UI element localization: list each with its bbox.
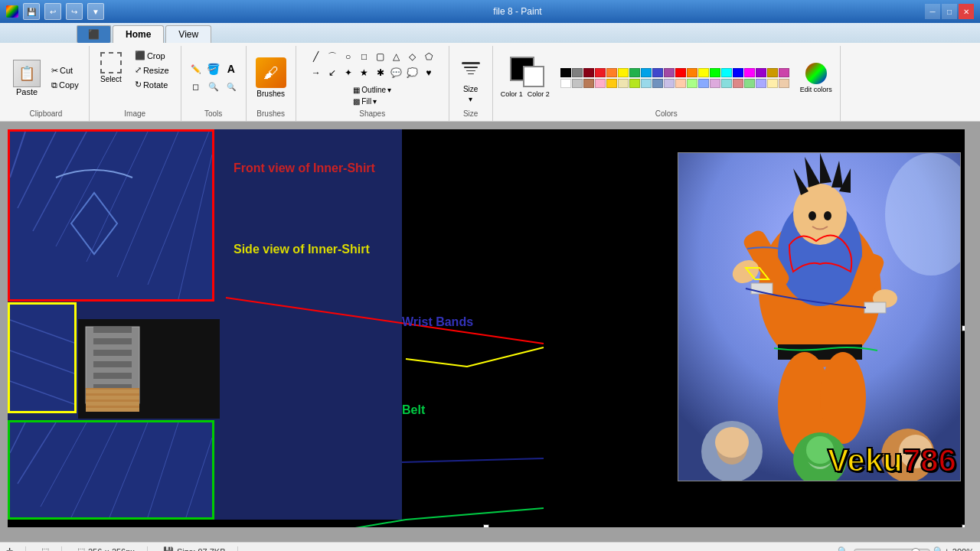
color-pick-tool[interactable]: 🔍 [205, 78, 222, 95]
triangle-shape[interactable]: △ [389, 49, 404, 64]
canvas-handle-bottom[interactable] [483, 524, 489, 527]
zoom-out-btn[interactable]: 🔍- [838, 546, 851, 551]
tab-home[interactable]: Home [113, 25, 164, 43]
palette-color-2[interactable] [583, 68, 594, 77]
color2-button[interactable]: Color 2 [526, 89, 551, 99]
fill-button[interactable]: ▩ Fill ▾ [351, 96, 393, 106]
tab-view[interactable]: View [165, 25, 211, 43]
brushes-button[interactable]: 🖌 Brushes [253, 54, 289, 101]
text-tool[interactable]: A [223, 60, 240, 77]
pentagon-shape[interactable]: ⬠ [421, 49, 436, 64]
palette-color-7[interactable] [641, 68, 652, 77]
palette-color-c3[interactable] [698, 68, 709, 77]
round-rect-shape[interactable]: ▢ [373, 49, 388, 64]
fill-tool[interactable]: 🪣 [205, 60, 222, 77]
maximize-btn[interactable]: □ [942, 4, 957, 19]
color2-swatch[interactable] [523, 66, 544, 87]
rotate-button[interactable]: ↻ Rotate [131, 78, 173, 91]
palette-color-c5[interactable] [721, 68, 732, 77]
paste-button[interactable]: 📋 Paste [9, 56, 44, 100]
canvas-dimensions: ⬚ 256 × 256px [77, 546, 148, 551]
quick-save-btn[interactable]: 💾 [23, 3, 40, 20]
palette-color-d5[interactable] [721, 79, 732, 88]
palette-color-16[interactable] [629, 79, 640, 88]
palette-color-18[interactable] [652, 79, 663, 88]
palette-color-d9[interactable] [767, 79, 778, 88]
palette-color-5[interactable] [618, 68, 629, 77]
palette-color-c6[interactable] [733, 68, 743, 77]
pencil-tool[interactable]: ✏️ [188, 60, 204, 77]
palette-color-3[interactable] [595, 68, 606, 77]
palette-color-0[interactable] [560, 68, 571, 77]
palette-color-10[interactable] [560, 79, 571, 88]
outline-button[interactable]: ▦ Outline ▾ [351, 85, 393, 95]
palette-color-19[interactable] [664, 79, 675, 88]
palette-color-15[interactable] [618, 79, 629, 88]
diamond-shape[interactable]: ◇ [405, 49, 420, 64]
arrow2-shape[interactable]: ↙ [325, 65, 340, 80]
callout2-shape[interactable]: 💭 [405, 65, 420, 80]
quick-undo-btn[interactable]: ↩ [44, 3, 61, 20]
palette-color-c4[interactable] [710, 68, 720, 77]
palette-color-17[interactable] [641, 79, 652, 88]
star6-shape[interactable]: ✱ [373, 65, 388, 80]
palette-color-9[interactable] [664, 68, 675, 77]
palette-color-d8[interactable] [756, 79, 766, 88]
zoom-slider[interactable] [911, 548, 920, 552]
palette-color-d6[interactable] [733, 79, 743, 88]
star5-shape[interactable]: ★ [357, 65, 372, 80]
palette-color-c1[interactable] [675, 68, 686, 77]
rect-shape[interactable]: □ [357, 49, 372, 64]
cut-button[interactable]: ✂ Cut [47, 64, 83, 77]
quick-redo-btn[interactable]: ↪ [66, 3, 83, 20]
size-group: Size ▾ Size [449, 46, 493, 121]
palette-color-14[interactable] [606, 79, 617, 88]
line-shape[interactable]: ╱ [309, 49, 324, 64]
curve-shape[interactable]: ⌒ [325, 49, 340, 64]
copy-button[interactable]: ⧉ Copy [47, 79, 83, 92]
palette-color-d10[interactable] [779, 79, 789, 88]
heart-shape[interactable]: ♥ [421, 65, 436, 80]
palette-color-d2[interactable] [687, 79, 697, 88]
fill-icon: ▩ [353, 97, 360, 106]
resize-button[interactable]: ⤢ Resize [131, 64, 173, 77]
palette-color-c9[interactable] [767, 68, 778, 77]
palette-color-c2[interactable] [687, 68, 697, 77]
statusbar: ✛ ⬚ ⬚ 256 × 256px 💾 Size: 97.7KB 🔍- 🔍+ 2… [0, 542, 980, 551]
size-button[interactable]: Size ▾ [456, 50, 486, 106]
palette-color-d4[interactable] [710, 79, 720, 88]
palette-color-c7[interactable] [744, 68, 755, 77]
palette-color-12[interactable] [583, 79, 594, 88]
palette-color-d3[interactable] [698, 79, 709, 88]
palette-color-d1[interactable] [675, 79, 686, 88]
palette-color-11[interactable] [572, 79, 583, 88]
oval-shape[interactable]: ○ [341, 49, 356, 64]
callout1-shape[interactable]: 💬 [389, 65, 404, 80]
palette-color-d7[interactable] [744, 79, 755, 88]
arrow-shape[interactable]: → [309, 65, 324, 80]
canvas[interactable]: Veku786 Front view of Inner-Shirt Side v… [8, 129, 965, 527]
palette-color-4[interactable] [606, 68, 617, 77]
canvas-handle-right[interactable] [962, 325, 965, 331]
edit-colors-button[interactable]: Edit colors [799, 61, 834, 95]
eraser-tool[interactable]: ◻ [188, 78, 204, 95]
palette-color-1[interactable] [572, 68, 583, 77]
color1-button[interactable]: Color 1 [499, 89, 524, 99]
magnify-tool[interactable]: 🔍 [223, 78, 240, 95]
copy-icon: ⧉ [51, 80, 57, 90]
palette-color-6[interactable] [629, 68, 640, 77]
palette-color-c8[interactable] [756, 68, 766, 77]
select-button[interactable]: Select [97, 49, 125, 86]
outline-icon: ▦ [353, 86, 360, 94]
tab-file[interactable]: ⬛ [77, 25, 111, 43]
canvas-handle-corner[interactable] [962, 524, 965, 527]
quick-menu-btn[interactable]: ▼ [87, 3, 104, 20]
star4-shape[interactable]: ✦ [341, 65, 356, 80]
palette-color-13[interactable] [595, 79, 606, 88]
minimize-btn[interactable]: ─ [925, 4, 940, 19]
crop-button[interactable]: ⬛ Crop [131, 49, 173, 62]
zoom-in-btn[interactable]: 🔍+ [933, 546, 949, 551]
palette-color-8[interactable] [652, 68, 663, 77]
close-btn[interactable]: ✕ [959, 4, 974, 19]
palette-color-c10[interactable] [779, 68, 789, 77]
